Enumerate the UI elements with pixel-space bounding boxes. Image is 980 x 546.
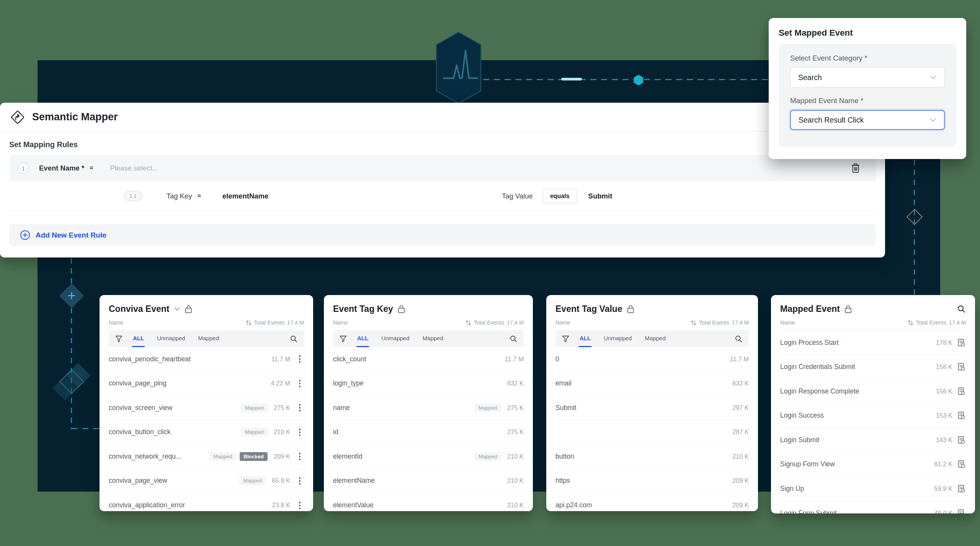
list-item[interactable]: Sign Up59.9 K [780,477,966,501]
list-item[interactable]: conviva_periodic_heartbeat11.7 M⋮ [109,347,304,372]
kebab-menu-icon[interactable]: ⋮ [296,379,304,388]
list-item[interactable]: elementValue210 K [333,493,524,511]
list-item[interactable]: id275 K [333,420,524,445]
total-events-label: Total Events [699,320,729,326]
row-name: conviva_network_requ... [109,453,206,461]
row-count: 210 K [507,477,524,484]
tab-all[interactable]: ALL [579,330,591,347]
sort-icon[interactable] [908,320,913,326]
list-item[interactable]: Login Process Start178 K [780,331,966,355]
row-list: conviva_periodic_heartbeat11.7 M⋮conviva… [109,347,304,511]
report-icon[interactable] [957,362,966,371]
lock-icon[interactable] [627,305,634,313]
funnel-icon[interactable] [562,335,570,343]
list-item[interactable]: Login Submit143 K [780,428,966,453]
column-header-row: NameTotal Events17.4 M [109,319,304,326]
list-item[interactable]: login_type632 K [333,372,524,396]
row-name: Login Form Submit [780,509,928,513]
kebab-menu-icon[interactable]: ⋮ [296,452,304,461]
sort-icon[interactable] [246,320,252,326]
search-icon[interactable] [290,335,298,343]
report-icon[interactable] [957,509,966,513]
list-item[interactable]: Signup Form View61.2 K [780,453,966,477]
event-category-select[interactable]: Search [790,67,945,87]
list-item[interactable]: click_count11.7 M [333,347,524,372]
row-name: Signup Form View [780,460,928,468]
kebab-menu-icon[interactable]: ⋮ [296,403,304,412]
search-icon[interactable] [735,335,743,343]
list-item[interactable]: Login Success153 K [780,404,966,428]
row-name: login_type [333,379,501,387]
row-name: conviva_page_ping [109,379,265,387]
list-item[interactable]: Login Form Submit49.9 K [780,501,966,514]
tab-all[interactable]: ALL [132,330,145,347]
list-item[interactable]: conviva_button_clickMapped210 K⋮ [109,420,304,445]
chevron-down-icon[interactable] [174,307,180,311]
list-item[interactable]: Login Credentials Submit158 K [780,355,966,380]
report-icon[interactable] [957,411,966,420]
tag-value-operator-select[interactable]: equals [543,189,577,203]
search-icon[interactable] [957,305,966,313]
plus-circle-icon [20,230,30,240]
row-count: 158 K [936,363,952,371]
list-item[interactable]: api.p24.com209 K [555,493,749,511]
report-icon[interactable] [957,436,966,444]
list-item[interactable]: button210 K [555,444,749,469]
row-list: Login Process Start178 KLogin Credential… [780,331,966,513]
tag-value-value[interactable]: Submit [588,192,612,200]
list-item[interactable]: nameMapped275 K [333,396,524,420]
row-count: 632 K [732,380,749,387]
report-icon[interactable] [957,460,966,469]
lock-icon[interactable] [185,305,192,313]
report-icon[interactable] [957,484,966,493]
list-item[interactable]: elementIdMapped210 K [333,444,524,469]
sort-icon[interactable] [466,320,471,326]
funnel-icon[interactable] [115,335,123,343]
tab-mapped[interactable]: Mapped [422,330,444,347]
kebab-menu-icon[interactable]: ⋮ [296,428,304,436]
teal-hexagon-dot [634,74,644,86]
panel-event-tag-key: Event Tag KeyNameTotal Events17.4 MALLUn… [324,295,533,511]
tab-mapped[interactable]: Mapped [644,330,666,347]
kebab-menu-icon[interactable]: ⋮ [296,355,304,363]
lock-icon[interactable] [844,305,852,313]
tag-key-value[interactable]: elementName [222,192,268,200]
total-events-label: Total Events [254,320,284,326]
search-icon[interactable] [510,335,518,343]
list-item[interactable]: elementName210 K [333,469,524,494]
list-item[interactable]: Login Response Complete156 K [780,379,966,404]
mapped-event-name-select[interactable]: Search Result Click [790,110,945,130]
list-item[interactable]: conviva_application_error23.8 K⋮ [109,493,304,511]
list-item[interactable]: conviva_screen_viewMapped275 K⋮ [109,396,304,420]
sort-icon[interactable] [691,320,696,326]
panel-title: Event Tag Value [555,304,622,314]
list-item[interactable]: conviva_page_ping4.22 M⋮ [109,372,304,396]
tab-unmapped[interactable]: Unmapped [381,330,410,347]
event-name-select[interactable]: Please select... [110,164,158,172]
delete-rule-button[interactable] [851,163,861,174]
list-item[interactable]: https209 K [555,469,749,494]
subrule-number-badge: 1.1 [124,191,142,201]
add-new-event-rule-button[interactable]: Add New Event Rule [9,224,876,246]
funnel-icon[interactable] [339,335,347,343]
row-name: name [333,404,471,412]
kebab-menu-icon[interactable]: ⋮ [296,477,304,485]
kebab-menu-icon[interactable]: ⋮ [296,501,304,510]
list-item[interactable]: 287 K [555,420,749,445]
tab-mapped[interactable]: Mapped [198,330,220,347]
status-badge-blocked: Blocked [240,452,268,461]
row-name: elementValue [333,501,501,509]
report-icon[interactable] [957,338,966,347]
list-item[interactable]: 011.7 M [555,347,749,372]
list-item[interactable]: conviva_page_viewMapped65.9 K⋮ [109,469,304,494]
list-item[interactable]: email632 K [555,372,749,396]
lock-icon[interactable] [398,305,405,313]
report-icon[interactable] [957,387,966,396]
tab-all[interactable]: ALL [356,330,369,347]
list-item[interactable]: Submit297 K [555,396,749,420]
row-name: click_count [333,355,499,363]
tab-unmapped[interactable]: Unmapped [603,330,632,347]
list-item[interactable]: conviva_network_requ...MappedBlocked209 … [109,444,304,469]
row-name: Login Process Start [780,339,930,347]
tab-unmapped[interactable]: Unmapped [156,330,186,347]
